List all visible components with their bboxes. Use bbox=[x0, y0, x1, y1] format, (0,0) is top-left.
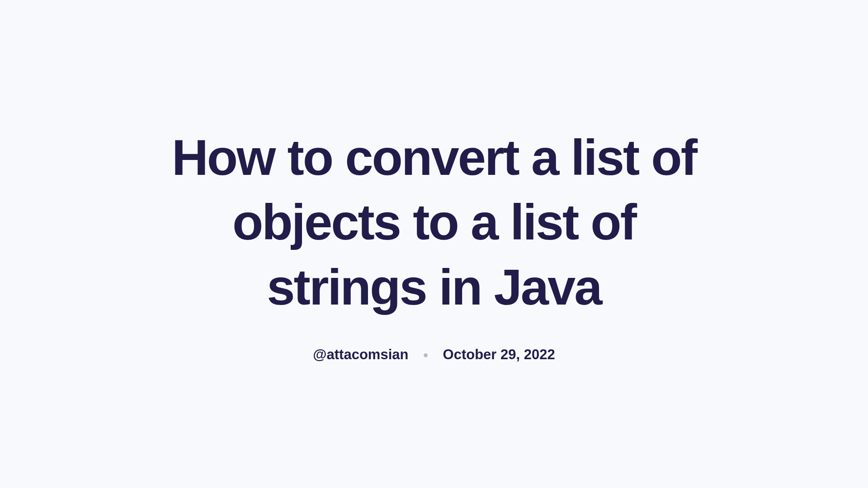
article-header: How to convert a list of objects to a li… bbox=[140, 125, 728, 363]
article-meta: @attacomsian ● October 29, 2022 bbox=[158, 347, 710, 363]
article-title: How to convert a list of objects to a li… bbox=[158, 125, 710, 319]
meta-separator: ● bbox=[423, 350, 428, 360]
article-author: @attacomsian bbox=[313, 347, 408, 363]
article-date: October 29, 2022 bbox=[443, 347, 555, 363]
